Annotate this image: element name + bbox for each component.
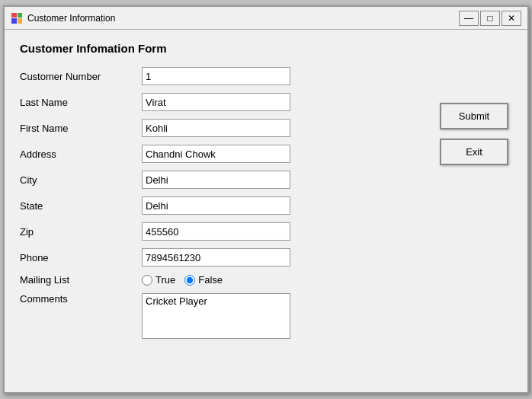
last-name-label: Last Name (20, 97, 142, 108)
state-label: State (20, 200, 142, 212)
exit-button[interactable]: Exit (440, 139, 508, 165)
form-title: Customer Infomation Form (20, 42, 421, 55)
phone-input[interactable] (142, 248, 290, 267)
button-section: Submit Exit (436, 42, 512, 380)
close-button[interactable]: ✕ (502, 11, 521, 26)
mailing-list-label: Mailing List (20, 274, 142, 286)
window-body: Customer Infomation Form Customer Number… (5, 30, 527, 392)
mailing-radio-group: True False (142, 274, 223, 286)
customer-number-row: Customer Number (20, 67, 421, 85)
title-bar: Customer Information — □ ✕ (5, 7, 527, 30)
state-row: State (20, 196, 421, 215)
comments-label: Comments (20, 293, 142, 305)
city-row: City (20, 171, 421, 189)
state-input[interactable] (142, 196, 290, 215)
address-row: Address (20, 145, 421, 163)
address-input[interactable] (142, 145, 290, 163)
comments-row: Comments Cricket Player (20, 293, 421, 339)
customer-number-input[interactable] (142, 67, 290, 85)
first-name-label: First Name (20, 123, 142, 134)
window-title: Customer Information (27, 13, 115, 24)
title-buttons: — □ ✕ (459, 11, 521, 26)
mailing-true-option[interactable]: True (142, 274, 175, 286)
submit-button[interactable]: Submit (440, 103, 508, 129)
phone-label: Phone (20, 252, 142, 263)
main-window: Customer Information — □ ✕ Customer Info… (3, 5, 529, 394)
mailing-true-radio[interactable] (142, 275, 152, 286)
mailing-false-option[interactable]: False (184, 274, 223, 286)
last-name-input[interactable] (142, 93, 290, 111)
address-label: Address (20, 148, 142, 160)
comments-textarea[interactable]: Cricket Player (142, 293, 290, 339)
customer-number-label: Customer Number (20, 71, 142, 82)
mailing-false-label: False (198, 274, 223, 286)
first-name-input[interactable] (142, 119, 290, 137)
zip-label: Zip (20, 226, 142, 238)
zip-row: Zip (20, 222, 421, 241)
city-label: City (20, 174, 142, 186)
first-name-row: First Name (20, 119, 421, 137)
phone-row: Phone (20, 248, 421, 267)
form-section: Customer Infomation Form Customer Number… (20, 42, 421, 380)
last-name-row: Last Name (20, 93, 421, 111)
mailing-true-label: True (155, 274, 175, 286)
minimize-button[interactable]: — (459, 11, 479, 26)
app-icon (11, 12, 23, 24)
mailing-false-radio[interactable] (184, 275, 195, 286)
mailing-list-row: Mailing List True False (20, 274, 421, 286)
maximize-button[interactable]: □ (480, 11, 500, 26)
city-input[interactable] (142, 171, 290, 189)
zip-input[interactable] (142, 222, 290, 241)
title-bar-left: Customer Information (11, 12, 115, 24)
